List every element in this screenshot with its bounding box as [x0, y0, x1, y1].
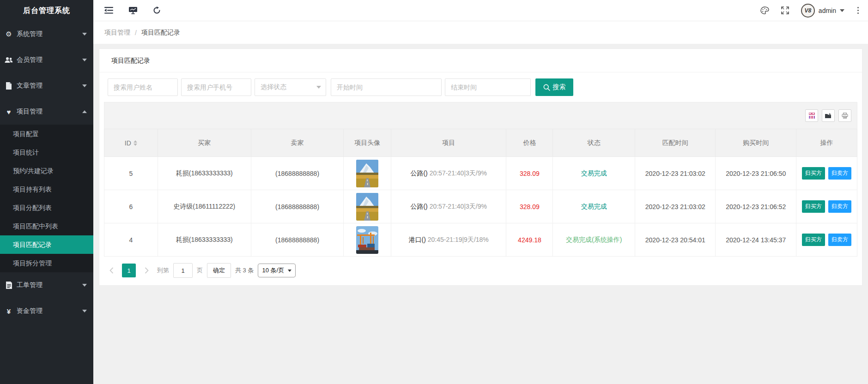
page-title: 项目匹配记录 — [99, 49, 862, 72]
chevron-down-icon — [840, 9, 844, 12]
table-toolbar — [104, 102, 857, 129]
status-select[interactable]: 选择状态 — [255, 78, 326, 96]
sort-icon[interactable] — [134, 140, 137, 146]
status-badge: 交易完成 — [553, 157, 635, 190]
heart-icon: ♥ — [4, 108, 14, 116]
cell-id: 4 — [104, 223, 158, 257]
table-header-row: ID 买家 卖家 项目头像 项目 价格 状态 匹配时间 购买时间 操作 — [104, 129, 857, 157]
chevron-down-icon — [82, 310, 87, 312]
breadcrumb-parent[interactable]: 项目管理 — [104, 29, 130, 37]
sidebar-item-articles[interactable]: 文章管理 — [0, 73, 93, 99]
end-time-input[interactable] — [445, 78, 531, 96]
search-button[interactable]: 搜索 — [535, 78, 573, 96]
topbar: V8 admin — [93, 0, 868, 21]
chevron-down-icon — [288, 270, 291, 272]
cell-price: 328.09 — [506, 190, 553, 223]
total-count-label: 共 3 条 — [235, 266, 254, 275]
cell-avatar — [344, 190, 391, 223]
to-seller-button[interactable]: 归卖方 — [828, 167, 851, 180]
prev-page-icon[interactable] — [105, 264, 118, 277]
sidebar-item-system[interactable]: ⚙ 系统管理 — [0, 21, 93, 47]
cell-match-time: 2020-12-23 20:54:01 — [635, 223, 716, 257]
yen-icon: ¥ — [4, 307, 14, 315]
breadcrumb-separator: / — [135, 29, 137, 36]
page-number-button[interactable]: 1 — [122, 264, 136, 277]
pagination: 1 到第 页 确定 共 3 条 10 条/页 — [104, 257, 857, 285]
submenu-item-allocation-list[interactable]: 项目分配列表 — [0, 198, 93, 217]
cell-project: 公路() 20:57-21:40|3天/9% — [391, 190, 506, 223]
col-header-price: 价格 — [506, 129, 553, 157]
more-kebab-icon[interactable] — [856, 6, 860, 15]
project-avatar-road-photo — [356, 193, 378, 221]
main-area: V8 admin 项目管理 / 项目匹配记录 项目匹配记录 选择状态 — [93, 0, 868, 384]
col-header-seller: 卖家 — [251, 129, 343, 157]
col-header-buyer: 买家 — [158, 129, 251, 157]
breadcrumb: 项目管理 / 项目匹配记录 — [93, 21, 868, 44]
to-seller-button[interactable]: 归卖方 — [828, 200, 851, 213]
to-buyer-button[interactable]: 归买方 — [802, 167, 825, 180]
dashboard-icon[interactable] — [129, 7, 137, 14]
status-select-placeholder: 选择状态 — [261, 83, 286, 91]
cell-id: 5 — [104, 157, 158, 190]
chevron-down-icon — [82, 59, 87, 61]
col-header-avatar: 项目头像 — [344, 129, 391, 157]
col-header-match-time: 匹配时间 — [635, 129, 716, 157]
table-row: 5 耗损(18633333333) (18688888888) 公路() 20:… — [104, 157, 857, 190]
submenu-item-matching-list[interactable]: 项目匹配中列表 — [0, 217, 93, 235]
next-page-icon[interactable] — [140, 264, 153, 277]
cell-match-time: 2020-12-23 21:03:02 — [635, 190, 716, 223]
worksheet-icon — [4, 282, 14, 289]
sidebar-item-funds[interactable]: ¥ 资金管理 — [0, 298, 93, 324]
sidebar-item-worksheets[interactable]: 工单管理 — [0, 272, 93, 298]
export-button[interactable] — [822, 109, 835, 122]
to-buyer-button[interactable]: 归买方 — [802, 200, 825, 213]
collapse-sidebar-icon[interactable] — [104, 7, 113, 14]
user-menu[interactable]: V8 admin — [801, 4, 844, 18]
goto-label: 到第 — [157, 266, 169, 275]
submenu-item-match-records[interactable]: 项目匹配记录 — [0, 235, 93, 254]
refresh-icon[interactable] — [153, 6, 161, 14]
users-icon — [4, 57, 14, 63]
col-header-actions: 操作 — [796, 129, 857, 157]
search-phone-input[interactable] — [181, 78, 251, 96]
print-button[interactable] — [838, 109, 851, 122]
cell-seller: (18688888888) — [251, 157, 343, 190]
theme-palette-icon[interactable] — [760, 6, 769, 14]
submenu-item-split-management[interactable]: 项目拆分管理 — [0, 254, 93, 272]
submenu-item-project-stats[interactable]: 项目统计 — [0, 143, 93, 162]
search-username-input[interactable] — [108, 78, 178, 96]
fullscreen-icon[interactable] — [781, 6, 789, 14]
table-row: 4 耗损(18633333333) (18688888888) 港口() 20:… — [104, 223, 857, 257]
cell-project: 公路() 20:57-21:40|3天/9% — [391, 157, 506, 190]
to-seller-button[interactable]: 归卖方 — [828, 234, 851, 246]
search-icon — [543, 84, 550, 91]
sidebar-item-projects[interactable]: ♥ 项目管理 — [0, 99, 93, 125]
gear-icon: ⚙ — [4, 30, 14, 38]
cell-avatar — [344, 157, 391, 190]
cell-actions: 归买方归卖方 — [796, 223, 857, 257]
start-time-input[interactable] — [331, 78, 442, 96]
col-header-id[interactable]: ID — [104, 129, 158, 157]
sidebar-item-members[interactable]: 会员管理 — [0, 47, 93, 73]
status-badge: 交易完成 — [553, 190, 635, 223]
chevron-down-icon — [316, 86, 321, 89]
chevron-down-icon — [82, 33, 87, 36]
filter-bar: 选择状态 搜索 — [99, 72, 862, 102]
cell-buy-time: 2020-12-24 13:45:37 — [716, 223, 796, 257]
article-icon — [4, 82, 14, 90]
confirm-page-button[interactable]: 确定 — [207, 263, 231, 278]
records-table: ID 买家 卖家 项目头像 项目 价格 状态 匹配时间 购买时间 操作 — [104, 129, 857, 257]
submenu-item-holding-list[interactable]: 项目持有列表 — [0, 180, 93, 198]
submenu-item-reserve-records[interactable]: 预约/共建记录 — [0, 162, 93, 180]
page-size-select[interactable]: 10 条/页 — [258, 264, 296, 277]
to-buyer-button[interactable]: 归买方 — [802, 234, 825, 246]
sidebar: 后台管理系统 ⚙ 系统管理 会员管理 文章管理 ♥ 项目管理 项目配置 项目统计… — [0, 0, 93, 384]
chevron-down-icon — [82, 84, 87, 87]
cell-actions: 归买方归卖方 — [796, 157, 857, 190]
project-avatar-road-photo — [356, 160, 378, 187]
goto-page-input[interactable] — [173, 263, 193, 278]
avatar: V8 — [801, 4, 815, 18]
columns-toggle-button[interactable] — [805, 109, 818, 122]
cell-avatar — [344, 223, 391, 257]
submenu-item-project-config[interactable]: 项目配置 — [0, 125, 93, 143]
